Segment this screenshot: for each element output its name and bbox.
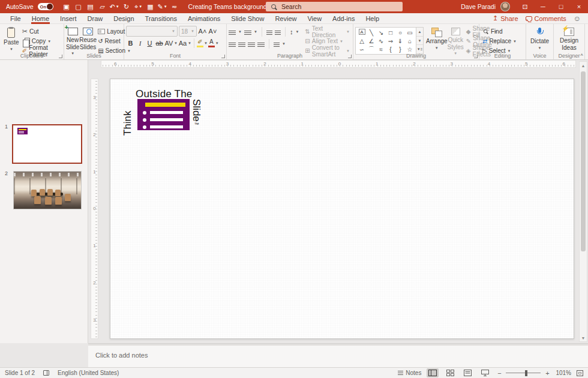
increase-indent-button[interactable] (275, 29, 281, 35)
logo-purple-rectangle[interactable] (137, 99, 190, 130)
save-icon[interactable]: ▣ (61, 1, 72, 12)
align-right-button[interactable] (248, 41, 255, 47)
arc-shape[interactable]: ⌒ (367, 45, 376, 53)
down-arrow-shape[interactable]: ⇓ (395, 37, 405, 45)
scrollbar-thumb[interactable] (581, 71, 586, 251)
qat-customize-icon[interactable]: ≂ (169, 1, 180, 12)
zoom-level[interactable]: 101% (556, 370, 571, 376)
tab-home[interactable]: Home (26, 14, 55, 24)
right-arrow-shape[interactable]: ⇒ (386, 37, 395, 45)
tab-slide-show[interactable]: Slide Show (226, 14, 269, 24)
font-dialog-launcher[interactable] (221, 55, 225, 58)
notes-pane[interactable]: Click to add notes (88, 346, 588, 367)
star-shape[interactable]: ☆ (405, 45, 415, 53)
tab-draw[interactable]: Draw (82, 14, 109, 24)
grow-font-button[interactable]: A˄ (198, 26, 207, 36)
shrink-font-button[interactable]: A˅ (208, 26, 217, 36)
touch-mouse-mode-icon[interactable]: ⌖▼ (133, 1, 144, 12)
bold-button[interactable]: B (126, 38, 135, 48)
new-slide-button[interactable]: New Slide ▼ (66, 26, 79, 55)
tab-add-ins[interactable]: Add-ins (327, 14, 360, 24)
zoom-slider[interactable] (506, 370, 541, 376)
paste-button[interactable]: Paste ▼ (2, 26, 21, 51)
quick-styles-button[interactable]: Quick Styles ▼ (448, 26, 464, 55)
reuse-slides-button[interactable]: Reuse Slides (79, 26, 97, 50)
open-file-icon[interactable]: ▤ (85, 1, 96, 12)
tab-animations[interactable]: Animations (182, 14, 226, 24)
align-left-button[interactable] (229, 41, 236, 47)
font-name-combobox[interactable]: ▼ (126, 26, 178, 37)
scroll-down-arrow[interactable]: ▼ (580, 334, 587, 341)
text-box-shape[interactable]: A (359, 29, 365, 35)
pentagon-shape[interactable]: ⌂ (405, 37, 415, 45)
underline-button[interactable]: U (145, 38, 154, 48)
arrange-button[interactable]: Arrange ▼ (426, 26, 448, 50)
language-indicator[interactable]: English (United States) (58, 370, 119, 376)
text-direction-button[interactable]: ⇅ Text Direction ▼ (304, 27, 351, 36)
slide-thumbnail-1[interactable] (12, 124, 82, 164)
shapes-scroll-down-button[interactable]: ▼ (416, 37, 423, 46)
logo-text-think[interactable]: Think (122, 90, 134, 136)
line-shape[interactable]: ╲ (367, 28, 376, 37)
search-input[interactable]: Search (266, 2, 403, 11)
drawing-dialog-launcher[interactable] (474, 55, 478, 58)
right-brace-shape[interactable]: } (395, 45, 405, 53)
slide-show-button[interactable] (479, 368, 491, 377)
justify-button[interactable] (257, 41, 265, 47)
slide-thumbnail-2[interactable] (13, 171, 82, 209)
slide-sorter-view-button[interactable] (444, 368, 456, 377)
strikethrough-button[interactable]: ab (155, 38, 164, 48)
zoom-in-button[interactable]: + (544, 370, 550, 377)
bullets-button[interactable] (229, 29, 236, 35)
new-file-icon[interactable]: ▢ (73, 1, 84, 12)
tab-review[interactable]: Review (269, 14, 302, 24)
pen-icon[interactable]: ✎▼ (157, 1, 168, 12)
proofing-button[interactable] (43, 370, 49, 376)
tab-file[interactable]: File (5, 14, 26, 24)
fit-slide-to-window-button[interactable] (577, 370, 583, 376)
close-button[interactable]: × (570, 0, 588, 13)
find-button[interactable]: Find (481, 27, 518, 36)
normal-view-button[interactable] (427, 368, 439, 377)
italic-button[interactable]: I (136, 38, 145, 48)
arrow-shape[interactable]: ↘ (376, 28, 386, 37)
notes-toggle-button[interactable]: Notes (398, 370, 421, 376)
character-spacing-button[interactable]: AV (164, 38, 173, 48)
clipboard-dialog-launcher[interactable] (59, 55, 62, 58)
avatar[interactable] (500, 2, 510, 11)
scribble-shape[interactable]: ∽ (357, 45, 367, 53)
decrease-indent-button[interactable] (266, 29, 272, 35)
comments-button[interactable]: Comments (526, 15, 566, 22)
numbering-button[interactable] (244, 29, 251, 35)
tab-design[interactable]: Design (108, 14, 139, 24)
triangle-shape[interactable]: △ (357, 37, 367, 45)
tab-insert[interactable]: Insert (55, 14, 82, 24)
minimize-button[interactable]: ─ (534, 0, 552, 13)
vertical-scrollbar[interactable]: ▲ ▼ (579, 61, 587, 342)
share-button[interactable]: ↥ Share (493, 14, 518, 22)
tab-help[interactable]: Help (360, 14, 385, 24)
logo-text-slide[interactable]: Slide™ (190, 99, 202, 135)
font-color-button[interactable]: A (208, 39, 215, 47)
autosave-toggle[interactable]: On (38, 3, 53, 10)
undo-icon[interactable]: ↶▼ (109, 1, 120, 12)
zoom-slider-thumb[interactable] (525, 370, 527, 376)
elbow-connector-shape[interactable]: ∠ (367, 37, 376, 45)
change-case-button[interactable]: Aa (178, 38, 187, 48)
logo-text-outside-the[interactable]: Outside The (136, 88, 193, 100)
folder-icon[interactable]: ▱ (97, 1, 108, 12)
tab-transitions[interactable]: Transitions (140, 14, 182, 24)
slideshow-from-start-icon[interactable]: ▦ (145, 1, 156, 12)
scroll-up-arrow[interactable]: ▲ (580, 62, 587, 69)
zoom-out-button[interactable]: − (496, 370, 502, 377)
ribbon-display-options-button[interactable]: ⊡ (516, 0, 534, 13)
maximize-button[interactable]: □ (552, 0, 570, 13)
replace-button[interactable]: ⇄ Replace ▼ (481, 37, 518, 46)
oval-shape[interactable]: ○ (395, 28, 405, 37)
reading-view-button[interactable] (461, 368, 473, 377)
font-size-combobox[interactable]: 18▼ (179, 26, 197, 37)
align-center-button[interactable] (238, 41, 245, 47)
tab-view[interactable]: View (302, 14, 327, 24)
think-outside-the-slide-logo[interactable]: Outside The Think Slide™ (118, 86, 196, 143)
columns-button[interactable] (274, 41, 280, 47)
